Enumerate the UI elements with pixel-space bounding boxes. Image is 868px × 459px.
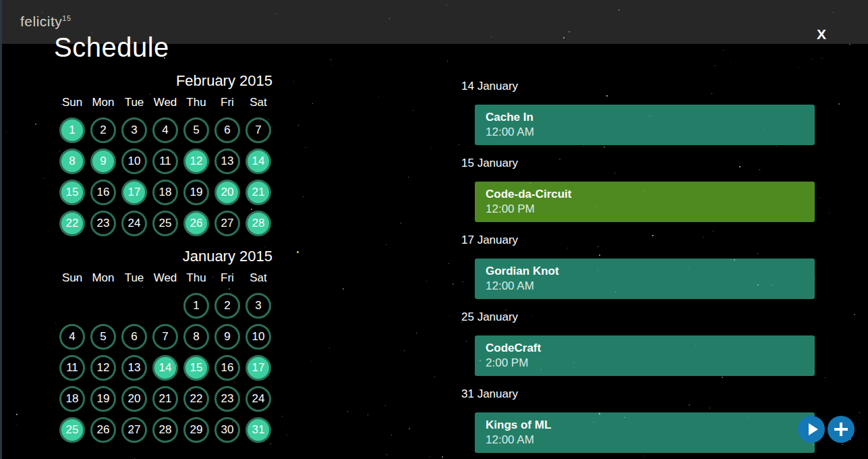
calendar-day[interactable]: 16 (214, 355, 240, 381)
app-logo[interactable]: felicity15 (20, 14, 71, 30)
calendar-day[interactable]: 22 (183, 386, 209, 412)
day-blank (152, 292, 179, 319)
calendar-day[interactable]: 24 (245, 386, 271, 412)
weekday-label: Fri (212, 270, 243, 286)
weekday-label: Wed (150, 94, 181, 111)
calendar-day[interactable]: 14 (245, 148, 271, 174)
event-title: Code-da-Circuit (486, 187, 804, 202)
calendar-day[interactable]: 23 (214, 386, 240, 412)
weekday-label: Mon (88, 94, 119, 111)
calendar-day[interactable]: 13 (121, 355, 147, 381)
calendar-day[interactable]: 28 (152, 417, 178, 443)
star-dot (404, 350, 405, 351)
calendar-day[interactable]: 30 (214, 417, 240, 443)
calendar-day[interactable]: 25 (59, 417, 85, 443)
calendar-day[interactable]: 18 (152, 180, 178, 205)
calendar-day[interactable]: 12 (183, 148, 209, 174)
star-dot (859, 412, 860, 413)
calendar-day[interactable]: 7 (152, 324, 178, 350)
calendar-day[interactable]: 17 (245, 355, 271, 381)
event-card[interactable]: CodeCraft2:00 PM (475, 335, 815, 376)
star-dot (293, 81, 294, 82)
star-dot (434, 377, 435, 377)
calendar-day[interactable]: 11 (152, 148, 178, 174)
calendar-day[interactable]: 11 (59, 355, 85, 381)
calendar-day[interactable]: 2 (214, 293, 240, 319)
calendar-day[interactable]: 19 (183, 180, 209, 205)
weekday-label: Fri (212, 94, 243, 111)
star-dot (303, 196, 303, 197)
calendar-day[interactable]: 14 (152, 355, 178, 381)
calendar-day[interactable]: 2 (90, 117, 116, 143)
calendar-day[interactable]: 8 (183, 324, 209, 350)
calendar-day[interactable]: 9 (90, 148, 116, 174)
calendar-day[interactable]: 7 (245, 117, 271, 143)
calendar-day[interactable]: 15 (183, 355, 209, 381)
star-dot (849, 44, 850, 45)
calendar-day[interactable]: 29 (183, 417, 209, 443)
star-dot (430, 456, 430, 457)
add-event-button[interactable] (828, 416, 855, 443)
calendar-day[interactable]: 26 (183, 211, 209, 236)
star-dot (730, 62, 731, 63)
event-group: 17 JanuaryGordian Knot12:00 AM (461, 234, 815, 299)
star-dot (401, 223, 401, 223)
calendar-day[interactable]: 13 (214, 148, 240, 174)
plus-icon (834, 423, 848, 436)
calendar-day[interactable]: 5 (183, 117, 209, 143)
calendar-day[interactable]: 10 (245, 324, 271, 350)
calendar-day[interactable]: 28 (245, 211, 271, 236)
calendar-day[interactable]: 27 (121, 417, 147, 443)
calendar-day[interactable]: 6 (214, 117, 240, 143)
event-time: 12:00 AM (486, 279, 804, 294)
star-dot (306, 147, 306, 148)
calendar-day[interactable]: 6 (121, 324, 147, 350)
weekday-label: Thu (181, 270, 212, 286)
close-button[interactable]: X (811, 24, 832, 45)
event-date-label: 14 January (461, 80, 815, 93)
calendar-day[interactable]: 15 (59, 180, 85, 205)
event-card[interactable]: Code-da-Circuit12:00 PM (475, 182, 815, 222)
calendar-day[interactable]: 21 (245, 180, 271, 205)
schedule-page: felicity15 X Schedule February 2015SunMo… (0, 0, 868, 459)
calendar-day[interactable]: 23 (90, 211, 116, 236)
calendar-day[interactable]: 3 (121, 117, 147, 143)
calendar-day[interactable]: 22 (59, 211, 85, 236)
calendar-day[interactable]: 1 (59, 117, 85, 143)
calendar-day[interactable]: 20 (121, 386, 147, 412)
event-card[interactable]: Kings of ML12:00 AM (475, 412, 815, 453)
calendar-day[interactable]: 4 (152, 117, 178, 143)
calendar-day[interactable]: 31 (245, 417, 271, 443)
calendar-day[interactable]: 20 (214, 180, 240, 205)
day-blank (59, 292, 86, 319)
calendar-day[interactable]: 3 (245, 293, 271, 319)
weekday-label: Sat (243, 94, 274, 111)
month-title: February 2015 (57, 72, 272, 90)
calendar-day[interactable]: 26 (90, 417, 116, 443)
calendar-day[interactable]: 1 (183, 293, 209, 319)
calendar-day[interactable]: 18 (59, 386, 85, 412)
star-dot (449, 263, 449, 264)
calendar-day[interactable]: 25 (152, 211, 178, 236)
calendar-day[interactable]: 10 (121, 148, 147, 174)
calendar-day[interactable]: 12 (90, 355, 116, 381)
calendar-day[interactable]: 9 (214, 324, 240, 350)
star-dot (447, 61, 448, 61)
calendar-day[interactable]: 24 (121, 211, 147, 236)
calendar-day[interactable]: 19 (90, 386, 116, 412)
calendar-day[interactable]: 16 (90, 180, 116, 205)
star-dot (6, 132, 7, 133)
event-card[interactable]: Gordian Knot12:00 AM (475, 259, 815, 299)
event-group: 14 JanuaryCache In12:00 AM (461, 80, 815, 145)
event-time: 12:00 AM (486, 125, 804, 140)
calendar-day[interactable]: 21 (152, 386, 178, 412)
calendar-day[interactable]: 27 (214, 211, 240, 236)
calendar-day[interactable]: 8 (59, 148, 85, 174)
play-button[interactable] (798, 416, 825, 443)
calendar-day[interactable]: 5 (90, 324, 116, 350)
event-card[interactable]: Cache In12:00 AM (475, 105, 815, 145)
calendar-day[interactable]: 17 (121, 180, 147, 205)
calendar-day[interactable]: 4 (59, 324, 85, 350)
calendar-month: February 2015SunMonTueWedThuFriSat123456… (57, 72, 274, 239)
weekday-label: Sun (57, 270, 88, 286)
